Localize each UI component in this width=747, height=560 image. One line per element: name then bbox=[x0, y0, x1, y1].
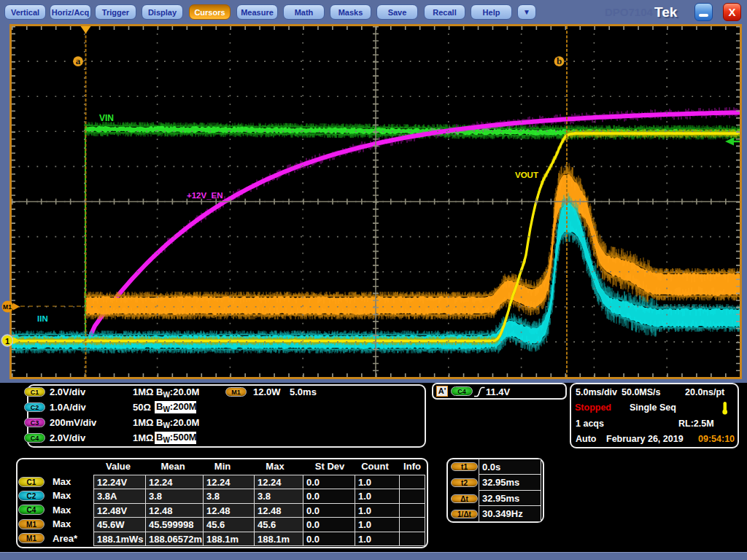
svg-text:VOUT: VOUT bbox=[515, 171, 538, 179]
svg-text:b: b bbox=[557, 55, 562, 66]
svg-text:+12V_EN: +12V_EN bbox=[187, 191, 223, 200]
svg-text:1: 1 bbox=[5, 337, 9, 346]
svg-text:VIN: VIN bbox=[99, 113, 114, 123]
svg-text:a: a bbox=[76, 55, 81, 66]
svg-text:IIN: IIN bbox=[37, 314, 48, 323]
svg-text:M1: M1 bbox=[3, 303, 12, 311]
